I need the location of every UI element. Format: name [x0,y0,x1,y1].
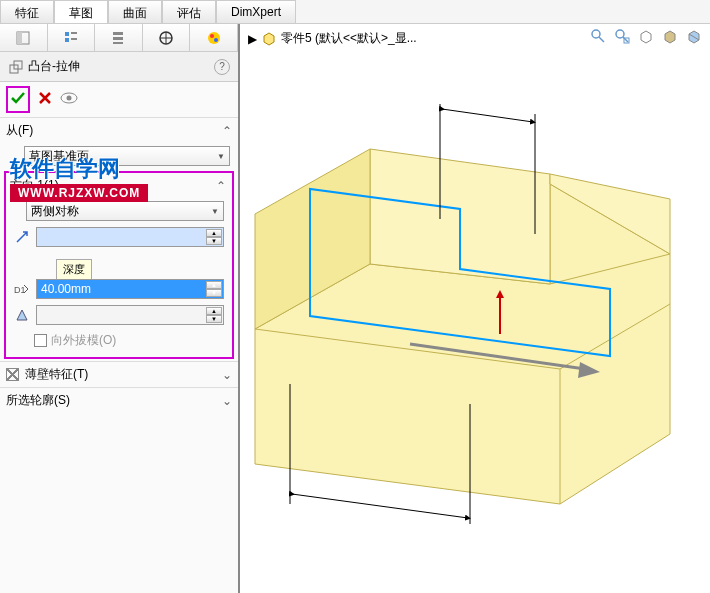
watermark-text: 软件自学网 [10,154,148,184]
view-toolbar [588,26,704,46]
reverse-direction-icon[interactable] [12,230,32,244]
panel-tab-dimxpert[interactable] [143,24,191,51]
svg-point-14 [214,38,218,42]
tab-sketch[interactable]: 草图 [54,0,108,23]
tab-feature[interactable]: 特征 [0,0,54,23]
breadcrumb-part-name[interactable]: 零件5 (默认<<默认>_显... [281,30,417,47]
feature-panel: 凸台-拉伸 ? 从(F) ⌃ 草图基准面 方向 1(1) ⌃ 两侧对称 [0,24,240,593]
panel-tab-property[interactable] [48,24,96,51]
svg-rect-7 [113,37,123,40]
draft-outward-label: 向外拔模(O) [51,332,116,349]
svg-point-22 [616,30,624,38]
svg-rect-4 [71,32,77,34]
spin-down[interactable]: ▼ [206,315,222,323]
draft-angle-input[interactable]: ▲▼ [36,305,224,325]
svg-rect-5 [71,38,77,40]
draft-icon[interactable] [12,307,32,323]
from-section-header[interactable]: 从(F) ⌃ [0,118,238,143]
svg-point-18 [67,96,72,101]
panel-tab-config[interactable] [95,24,143,51]
spin-down[interactable]: ▼ [206,237,222,245]
spin-up[interactable]: ▲ [206,281,222,289]
expand-icon: ⌄ [222,368,232,382]
svg-rect-3 [65,38,69,42]
command-tabs: 特征 草图 曲面 评估 DimXpert [0,0,710,24]
3d-model[interactable] [240,54,710,593]
svg-point-13 [210,34,214,38]
svg-point-12 [208,32,220,44]
collapse-icon: ⌃ [222,124,232,138]
tab-surface[interactable]: 曲面 [108,0,162,23]
depth-value: 40.00mm [41,282,91,296]
breadcrumb: ▶ 零件5 (默认<<默认>_显... [248,30,417,47]
svg-point-20 [592,30,600,38]
feature-title-label: 凸台-拉伸 [28,58,80,75]
depth-icon: D1 [12,281,32,297]
part-icon [261,31,277,47]
thin-checkbox[interactable] [6,368,19,381]
thin-label: 薄壁特征(T) [25,366,88,383]
watermark-url: WWW.RJZXW.COM [10,184,148,202]
breadcrumb-arrow[interactable]: ▶ [248,32,257,46]
panel-tab-appearance[interactable] [190,24,238,51]
zoom-area-icon[interactable] [612,26,632,46]
depth-input[interactable]: 40.00mm ▲▼ [36,279,224,299]
help-button[interactable]: ? [214,59,230,75]
expand-icon: ⌄ [222,394,232,408]
collapse-icon: ⌃ [216,179,226,193]
draft-outward-checkbox[interactable] [34,334,47,347]
spin-up[interactable]: ▲ [206,307,222,315]
svg-rect-2 [65,32,69,36]
depth-tooltip: 深度 [56,259,92,280]
zoom-fit-icon[interactable] [588,26,608,46]
cancel-button[interactable] [38,91,52,108]
graphics-viewport[interactable]: ▶ 零件5 (默认<<默认>_显... [240,24,710,593]
view-orientation-icon[interactable] [636,26,656,46]
tab-dimxpert[interactable]: DimXpert [216,0,296,23]
svg-line-21 [599,37,604,42]
svg-rect-6 [113,32,123,35]
tab-evaluate[interactable]: 评估 [162,0,216,23]
watermark: 软件自学网 WWW.RJZXW.COM [10,154,148,202]
spin-up[interactable]: ▲ [206,229,222,237]
svg-text:D1: D1 [14,285,26,295]
display-style-icon[interactable] [660,26,680,46]
panel-tab-feature-tree[interactable] [0,24,48,51]
ok-button[interactable] [6,86,30,113]
thin-section-header[interactable]: 薄壁特征(T) ⌄ [0,361,238,387]
from-label: 从(F) [6,122,33,139]
spin-down[interactable]: ▼ [206,289,222,297]
contour-label: 所选轮廓(S) [6,392,70,409]
extrude-icon [8,59,24,75]
svg-rect-8 [113,42,123,44]
preview-icon[interactable] [60,91,78,108]
svg-rect-1 [17,32,22,44]
end-condition-combo[interactable]: 两侧对称 [26,201,224,221]
direction-field[interactable]: ▲▼ [36,227,224,247]
contour-section-header[interactable]: 所选轮廓(S) ⌄ [0,387,238,413]
section-view-icon[interactable] [684,26,704,46]
